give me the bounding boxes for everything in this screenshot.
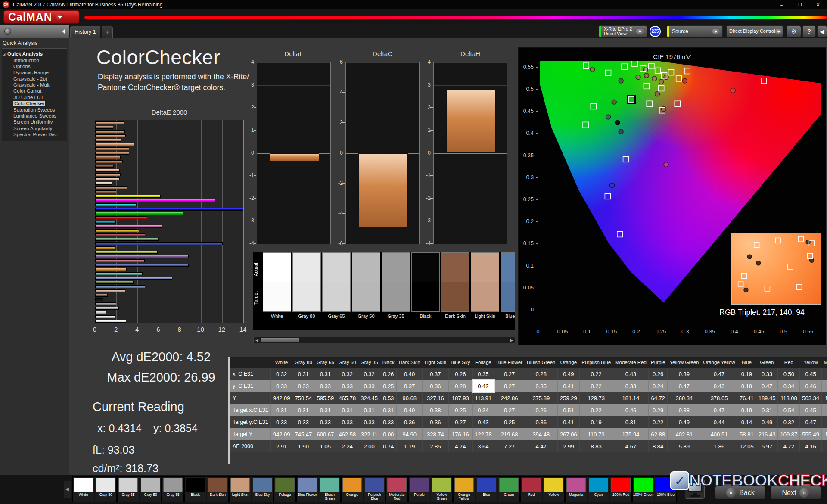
table-cell[interactable]: 0.22 [649,416,668,428]
table-cell[interactable]: 187.93 [448,392,472,404]
table-cell[interactable]: 58.81 [737,428,756,440]
table-cell[interactable]: 76.41 [737,392,756,404]
table-cell[interactable]: 0.25 [380,380,397,392]
table-cell[interactable]: 6.32 [821,440,827,452]
calman-logo-menu[interactable]: CalMAN [3,10,79,24]
chevron-down-icon[interactable] [636,29,644,34]
table-cell[interactable]: 267.06 [558,428,580,440]
table-cell[interactable]: 5.97 [756,440,778,452]
table-cell[interactable]: 0.33 [314,416,336,428]
table-cell[interactable]: 0.35 [525,380,557,392]
patch-button-blue[interactable]: Blue [476,476,497,502]
table-cell[interactable]: 0.46 [800,380,822,392]
table-cell[interactable]: 110.73 [579,428,613,440]
table-cell[interactable]: 0.33 [292,380,314,392]
sidebar-item-spectral-power-dist-[interactable]: Spectral Power Dist. [2,131,67,137]
table-cell[interactable]: 0.41 [558,416,580,428]
table-cell[interactable]: 216.43 [756,428,778,440]
table-cell[interactable]: 1.19 [397,440,423,452]
table-cell[interactable]: 0.27 [448,416,472,428]
table-cell[interactable]: 0.33 [358,416,380,428]
table-cell[interactable]: 0.45 [800,368,822,380]
measurement-count-badge[interactable]: 235 [650,26,661,37]
minimize-button[interactable]: – [773,0,791,9]
table-cell[interactable]: 0.46 [613,404,649,416]
patch-button-purple[interactable]: Purple [408,476,430,502]
table-cell[interactable]: 0.47 [667,380,701,392]
table-cell[interactable]: 242.86 [494,392,525,404]
table-cell[interactable]: 64.72 [649,392,668,404]
sidebar-item-saturation-sweeps[interactable]: Saturation Sweeps [2,106,67,112]
table-cell[interactable]: 0.26 [380,368,397,380]
swatch-strip-scrollbar[interactable]: ◀ ▶ [253,337,515,343]
table-cell[interactable]: 0.35 [821,368,827,380]
table-cell[interactable]: 129.73 [579,392,613,404]
table-cell[interactable]: 0.47 [800,416,822,428]
display-control-dropdown[interactable]: Direct Display Control [726,25,783,37]
knob-icon[interactable] [4,28,11,35]
table-cell[interactable]: 113.08 [778,392,800,404]
table-cell[interactable]: 0.50 [778,368,800,380]
table-cell[interactable]: 0.19 [737,404,756,416]
patch-button-purplish-blue[interactable]: Purplish Blue [364,476,386,502]
table-cell[interactable]: 2.24 [336,440,358,452]
patch-button-yellow-green[interactable]: Yellow Green [431,476,453,502]
sidebar-item-luminance-sweeps[interactable]: Luminance Sweeps [2,113,67,119]
patch-button-blue-sky[interactable]: Blue Sky [252,476,274,502]
table-cell[interactable]: 0.41 [558,380,580,392]
patch-button-bluish-green[interactable]: Bluish Green [319,476,341,502]
table-cell[interactable]: 3.64 [473,440,494,452]
table-cell[interactable]: 402.81 [667,428,701,440]
table-cell[interactable]: 328.74 [423,428,449,440]
table-cell[interactable]: 0.36 [525,416,557,428]
table-cell[interactable]: 0.54 [778,404,800,416]
table-cell[interactable]: 0.74 [380,440,397,452]
table-cell[interactable]: 0.44 [701,416,737,428]
patch-button-yellow[interactable]: Yellow [543,476,565,502]
table-cell[interactable]: 0.19 [579,416,613,428]
patch-button-magenta[interactable]: Magenta [565,476,587,502]
table-cell[interactable]: 0.32 [270,368,292,380]
tab-history-1[interactable]: History 1 [70,26,100,38]
table-cell[interactable]: 0.40 [397,368,423,380]
table-cell[interactable]: 0.32 [778,416,800,428]
table-cell[interactable]: 378.05 [701,392,737,404]
table-cell[interactable]: 0.25 [494,416,525,428]
table-cell[interactable]: 4.72 [778,440,800,452]
table-cell[interactable]: 0.22 [579,380,613,392]
close-button[interactable]: ✕ [809,0,827,9]
table-cell[interactable]: 94.90 [397,428,423,440]
table-cell[interactable]: 5.89 [667,440,701,452]
table-cell[interactable]: 0.43 [613,368,649,380]
table-cell[interactable]: 0.38 [667,404,701,416]
chevron-down-icon[interactable] [56,13,64,22]
patch-button-orange[interactable]: Orange [341,476,363,502]
table-cell[interactable]: 177.36 [821,428,827,440]
table-cell[interactable]: 0.38 [423,404,449,416]
patch-button-red[interactable]: Red [520,476,542,502]
table-cell[interactable]: 0.19 [737,368,756,380]
table-cell[interactable]: 0.37 [821,404,827,416]
table-cell[interactable]: 0.47 [701,404,737,416]
table-cell[interactable]: 0.36 [397,416,423,428]
patch-button-orange-yellow[interactable]: Orange Yellow [453,476,475,502]
table-cell[interactable]: 0.18 [737,380,756,392]
table-cell[interactable]: 0.28 [448,380,472,392]
gear-icon[interactable]: ⚙ [787,25,801,37]
table-cell[interactable]: 0.31 [292,368,314,380]
patch-button-gray-80[interactable]: Gray 80 [95,476,117,502]
patch-button-foliage[interactable]: Foliage [274,476,296,502]
table-cell[interactable]: 90.68 [397,392,423,404]
table-cell[interactable]: 0.14 [737,416,756,428]
table-cell[interactable]: 322.11 [358,428,380,440]
table-cell[interactable]: 0.26 [525,404,557,416]
patch-scroll-left-icon[interactable]: ◀ [64,481,71,498]
sidebar-item-colorchecker[interactable]: ColorChecker [2,100,67,106]
patch-button-blue-flower[interactable]: Blue Flower [296,476,318,502]
table-cell[interactable]: 0.33 [336,380,358,392]
table-cell[interactable]: 1.90 [292,440,314,452]
table-cell[interactable]: 375.89 [525,392,557,404]
table-cell[interactable]: 360.34 [667,392,701,404]
table-cell[interactable]: 0.49 [756,416,778,428]
table-cell[interactable]: 0.36 [423,416,449,428]
